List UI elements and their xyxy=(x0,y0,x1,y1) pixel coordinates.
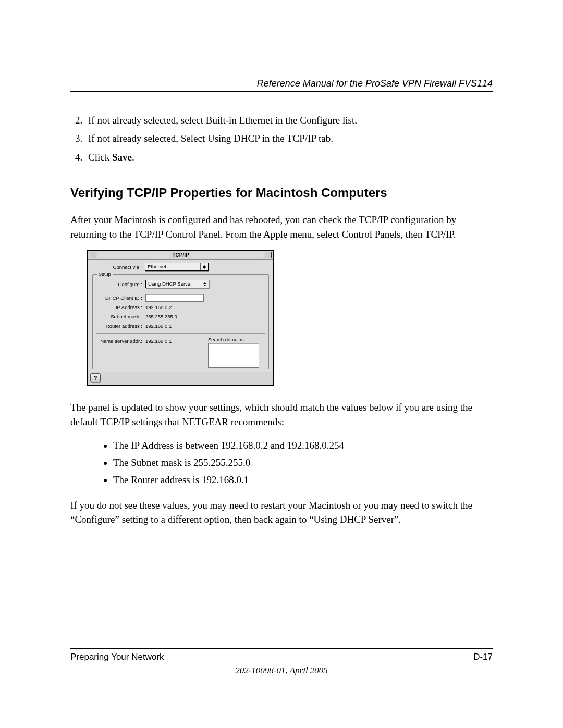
updown-arrows-icon xyxy=(201,280,209,288)
setup-legend: Setup xyxy=(97,272,113,277)
page-number: D-17 xyxy=(473,652,493,662)
step-4-suffix: . xyxy=(132,152,134,163)
bullet-subnet: The Subnet mask is 255.255.255.0 xyxy=(113,455,493,470)
step-4-bold: Save xyxy=(112,152,132,163)
doc-number: 202-10098-01, April 2005 xyxy=(70,665,493,676)
search-domains-label: Search domains : xyxy=(208,337,265,342)
subnet-mask-row: Subnet mask : 255.255.255.0 xyxy=(96,312,265,320)
help-button[interactable]: ? xyxy=(90,373,101,382)
ip-address-value: 192.168.0.2 xyxy=(145,304,172,310)
step-2: If not already selected, select Built-in… xyxy=(85,113,493,128)
section-heading: Verifying TCP/IP Properties for Macintos… xyxy=(70,186,493,200)
subnet-mask-label: Subnet mask : xyxy=(96,314,145,319)
window-titlebar: TCP/IP xyxy=(88,251,273,260)
dhcp-client-id-row: DHCP Client ID : xyxy=(96,293,265,302)
titlebar-stripes xyxy=(98,252,169,258)
titlebar-stripes xyxy=(192,252,263,258)
document-page: Reference Manual for the ProSafe VPN Fir… xyxy=(0,0,563,728)
footer-section-title: Preparing Your Network xyxy=(70,652,164,662)
window-title: TCP/IP xyxy=(169,252,192,258)
updown-arrows-icon xyxy=(200,263,208,270)
panel-body: Connect via : Ethernet Setup Configure :… xyxy=(88,260,273,372)
step-list: If not already selected, select Built-in… xyxy=(70,113,493,165)
step-3: If not already selected, Select Using DH… xyxy=(85,131,493,146)
bullet-router: The Router address is 192.168.0.1 xyxy=(113,472,493,487)
post-panel-paragraph: The panel is updated to show your settin… xyxy=(70,400,493,429)
setup-group: Setup Configure : Using DHCP Server DHCP… xyxy=(92,274,269,369)
router-address-value: 192.168.0.1 xyxy=(145,323,172,329)
step-4: Click Save. xyxy=(85,150,493,165)
help-icon: ? xyxy=(94,375,97,381)
intro-paragraph: After your Macintosh is configured and h… xyxy=(70,213,493,241)
bottom-row: Name server addr.: 192.168.0.1 Search do… xyxy=(96,337,265,368)
running-header: Reference Manual for the ProSafe VPN Fir… xyxy=(70,78,493,92)
bullet-ip: The IP Address is between 192.168.0.2 an… xyxy=(113,438,493,453)
configure-dropdown[interactable]: Using DHCP Server xyxy=(145,280,209,288)
close-box-icon[interactable] xyxy=(90,252,96,258)
configure-row: Configure : Using DHCP Server xyxy=(96,280,265,288)
connect-via-dropdown[interactable]: Ethernet xyxy=(145,263,209,271)
connect-via-label: Connect via : xyxy=(92,264,145,270)
configure-value: Using DHCP Server xyxy=(146,280,201,288)
connect-via-value: Ethernet xyxy=(145,263,200,270)
panel-footer: ? xyxy=(88,372,273,385)
page-footer: Preparing Your Network D-17 202-10098-01… xyxy=(70,648,493,676)
dhcp-client-id-label: DHCP Client ID : xyxy=(96,295,145,301)
name-server-row: Name server addr.: 192.168.0.1 xyxy=(96,337,208,345)
footer-rule xyxy=(70,648,493,649)
closing-paragraph: If you do not see these values, you may … xyxy=(70,498,493,527)
subnet-mask-value: 255.255.255.0 xyxy=(145,314,177,319)
configure-label: Configure : xyxy=(96,281,145,287)
router-address-label: Router address : xyxy=(96,323,145,329)
name-server-label: Name server addr.: xyxy=(96,338,145,344)
step-4-prefix: Click xyxy=(88,152,112,163)
divider xyxy=(96,333,265,334)
dhcp-client-id-input[interactable] xyxy=(145,294,204,302)
ip-address-label: IP Address : xyxy=(96,304,145,310)
tcpip-panel: TCP/IP Connect via : Ethernet Setup Conf… xyxy=(87,250,274,386)
ip-address-row: IP Address : 192.168.0.2 xyxy=(96,303,265,311)
name-server-value: 192.168.0.1 xyxy=(145,338,172,344)
settings-bullets: The IP Address is between 192.168.0.2 an… xyxy=(70,438,493,488)
running-title: Reference Manual for the ProSafe VPN Fir… xyxy=(257,78,493,89)
collapse-box-icon[interactable] xyxy=(265,252,272,258)
router-address-row: Router address : 192.168.0.1 xyxy=(96,322,265,330)
search-domains-input[interactable] xyxy=(208,343,259,368)
connect-via-row: Connect via : Ethernet xyxy=(92,263,269,271)
